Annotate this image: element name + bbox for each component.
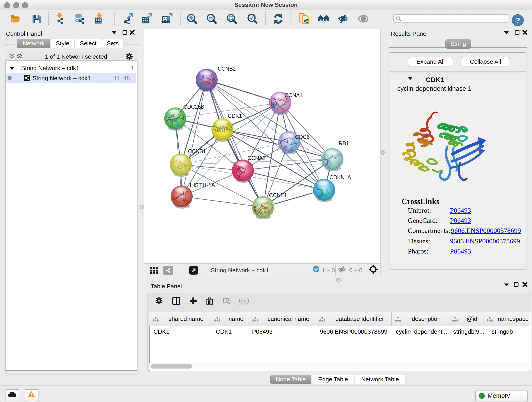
svg-text:CCNA1: CCNA1 — [285, 92, 303, 98]
svg-text:CCNB1: CCNB1 — [188, 148, 206, 154]
svg-text:HIST1H1A: HIST1H1A — [190, 182, 215, 188]
svg-text:CCNA2: CCNA2 — [247, 155, 266, 161]
svg-text:CDC25B: CDC25B — [183, 104, 204, 110]
svg-text:CDC6: CDC6 — [295, 134, 310, 140]
svg-text:CCNB2: CCNB2 — [218, 65, 236, 72]
svg-text:?: ? — [515, 16, 520, 25]
svg-text:CDK1: CDK1 — [228, 113, 242, 119]
svg-text:CCNE1: CCNE1 — [269, 192, 287, 198]
svg-text:CDKN1A: CDKN1A — [329, 174, 351, 180]
svg-text:RB1: RB1 — [339, 140, 349, 147]
